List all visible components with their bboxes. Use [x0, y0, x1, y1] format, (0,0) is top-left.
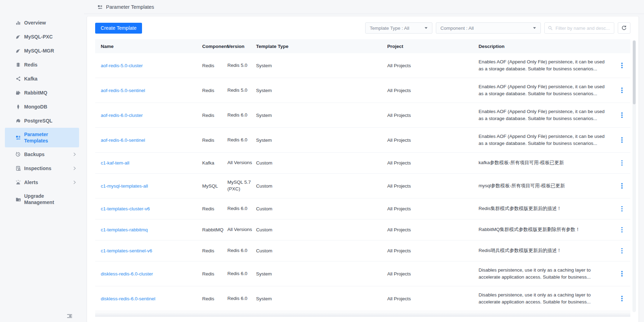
template-name-link[interactable]: c1-templates-sentinel-v6 — [101, 248, 152, 253]
description-cell: Enables AOF (Append Only File) persisten… — [479, 83, 614, 98]
sidebar-item-rabbitmq[interactable]: RabbitMQ — [5, 86, 79, 100]
sidebar-item-label: Inspections — [24, 165, 51, 172]
refresh-button[interactable] — [618, 22, 630, 34]
sidebar: Overview MySQL-PXC MySQL-MGR Redis Kafka… — [0, 0, 84, 322]
sidebar-item-label: Alerts — [24, 179, 38, 186]
template-name-link[interactable]: aof-redis-5.0-sentinel — [101, 88, 145, 93]
description-cell: RabbitMQ集群模式参数模版更新删除所有参数！ — [479, 226, 614, 233]
search-icon — [548, 26, 553, 30]
column-header-project: Project — [387, 44, 479, 49]
create-template-button[interactable]: Create Template — [95, 23, 142, 34]
description-cell: Disables persistence, use it only as a c… — [479, 292, 614, 306]
sidebar-item-postgresql[interactable]: PostgreSQL — [5, 114, 79, 128]
template-name-link[interactable]: diskless-redis-6.0-cluster — [101, 271, 153, 276]
row-actions-button[interactable] — [620, 226, 624, 234]
component-cell: MySQL — [202, 183, 227, 189]
component-cell: Redis — [202, 63, 227, 68]
toolbar-filters: Template Type : All Component : All — [365, 22, 630, 34]
chevron-right-icon — [72, 166, 77, 171]
template-name-link[interactable]: aof-redis-6.0-sentinel — [101, 138, 145, 143]
row-actions-button[interactable] — [620, 111, 624, 119]
sidebar-item-label: Kafka — [24, 76, 37, 82]
sidebar-item-parameter-templates[interactable]: Parameter Templates — [5, 128, 79, 147]
sidebar-item-mysql-pxc[interactable]: MySQL-PXC — [5, 30, 79, 44]
version-cell: MySQL 5.7 (PXC) — [227, 179, 256, 192]
sidebar-item-kafka[interactable]: Kafka — [5, 72, 79, 86]
sidebar-item-overview[interactable]: Overview — [5, 16, 79, 30]
component-cell: RabbitMQ — [202, 227, 227, 232]
rabbit-icon — [15, 90, 21, 96]
row-actions-button[interactable] — [620, 294, 624, 303]
sidebar-item-label: Redis — [24, 62, 37, 68]
project-cell: All Projects — [387, 248, 479, 253]
sidebar-item-label: Overview — [24, 20, 46, 26]
kafka-icon — [15, 76, 21, 82]
row-actions-button[interactable] — [620, 270, 624, 278]
caret-down-icon — [533, 26, 536, 30]
table-row: c1-mysql-templates-all MySQL MySQL 5.7 (… — [95, 174, 630, 198]
table-row: c1-templates-cluster-v6 Redis Redis 6.0 … — [95, 198, 630, 219]
search-input[interactable] — [555, 25, 611, 31]
version-cell: Redis 6.0 — [227, 137, 256, 144]
dolphin-icon — [15, 34, 21, 40]
component-filter-select[interactable]: Component : All — [436, 22, 541, 34]
sidebar-item-redis[interactable]: Redis — [5, 58, 79, 72]
project-cell: All Projects — [387, 227, 479, 232]
template-type-cell: Custom — [256, 183, 387, 189]
project-cell: All Projects — [387, 113, 479, 118]
dolphin-icon — [15, 48, 21, 54]
component-filter-value: Component : All — [440, 26, 474, 31]
description-cell: mysql参数模板-所有项目可用-模板已更新 — [479, 182, 614, 189]
sidebar-item-mysql-mgr[interactable]: MySQL-MGR — [5, 44, 79, 58]
table-row: aof-redis-5.0-cluster Redis Redis 5.0 Sy… — [95, 53, 630, 78]
scrollbar-thumb[interactable] — [633, 41, 636, 104]
sidebar-item-backups[interactable]: Backups — [5, 147, 79, 161]
template-name-link[interactable]: aof-redis-5.0-cluster — [101, 63, 143, 68]
sidebar-item-inspections[interactable]: Inspections — [5, 161, 79, 175]
table-header-row: Name Component Version Template Type Pro… — [95, 39, 630, 53]
version-cell: Redis 6.0 — [227, 271, 256, 277]
row-actions-button[interactable] — [620, 159, 624, 167]
sidebar-item-label: Parameter Templates — [24, 131, 61, 144]
vertical-scrollbar[interactable] — [632, 40, 636, 312]
row-actions-button[interactable] — [620, 205, 624, 213]
template-type-cell: System — [256, 138, 387, 143]
template-type-cell: Custom — [256, 206, 387, 211]
sidebar-item-upgrade-management[interactable]: Upgrade Management — [5, 189, 79, 209]
row-actions-button[interactable] — [620, 61, 624, 70]
restore-icon — [15, 152, 21, 157]
collapse-sidebar-icon[interactable] — [66, 313, 73, 320]
table-row: diskless-redis-6.0-sentinel Redis Redis … — [95, 286, 630, 311]
template-type-filter-select[interactable]: Template Type : All — [365, 22, 432, 34]
template-name-link[interactable]: c1-templates-cluster-v6 — [101, 206, 150, 211]
breadcrumb: Parameter Templates — [84, 0, 644, 14]
template-type-cell: System — [256, 271, 387, 276]
description-cell: kafka参数模板-所有项目可用-模板已更新 — [479, 159, 614, 166]
refresh-icon — [621, 25, 627, 31]
row-actions-button[interactable] — [620, 182, 624, 190]
template-name-link[interactable]: c1-kaf-tem-all — [101, 160, 129, 166]
row-actions-button[interactable] — [620, 136, 624, 144]
sidebar-item-alerts[interactable]: Alerts — [5, 175, 79, 189]
chevron-right-icon — [72, 152, 77, 157]
alarm-icon — [15, 180, 21, 185]
version-cell: All Versions — [227, 226, 256, 233]
table-body: aof-redis-5.0-cluster Redis Redis 5.0 Sy… — [95, 53, 630, 311]
component-cell: Redis — [202, 88, 227, 93]
sidebar-nav: Overview MySQL-PXC MySQL-MGR Redis Kafka… — [0, 16, 84, 209]
folder-gear-icon — [15, 196, 21, 202]
row-actions-button[interactable] — [620, 86, 624, 94]
chevron-right-icon — [72, 180, 77, 185]
table-row: c1-kaf-tem-all Kafka All Versions Custom… — [95, 153, 630, 174]
inspect-doc-icon — [15, 166, 21, 171]
template-name-link[interactable]: c1-mysql-templates-all — [101, 183, 148, 189]
template-name-link[interactable]: aof-redis-6.0-cluster — [101, 113, 143, 118]
sidebar-item-mongodb[interactable]: MongoDB — [5, 100, 79, 114]
parameter-templates-icon — [97, 4, 103, 10]
sidebar-item-label: Backups — [24, 151, 44, 158]
description-cell: Enables AOF (Append Only File) persisten… — [479, 108, 614, 122]
template-name-link[interactable]: c1-templates-rabbitmq — [101, 227, 148, 232]
project-cell: All Projects — [387, 296, 479, 301]
row-actions-button[interactable] — [620, 247, 624, 255]
template-name-link[interactable]: diskless-redis-6.0-sentinel — [101, 296, 155, 301]
